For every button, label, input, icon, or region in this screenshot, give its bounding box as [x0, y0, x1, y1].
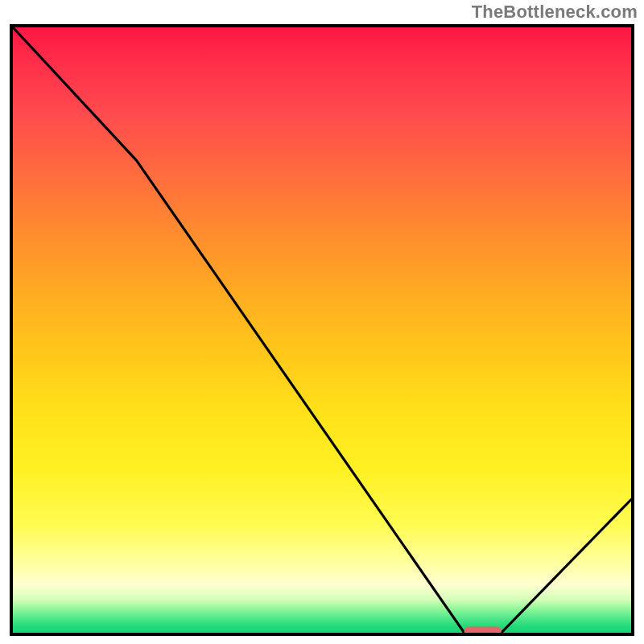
plot-area — [10, 24, 634, 636]
chart-container: TheBottleneck.com — [0, 0, 644, 644]
optimal-range-marker — [464, 627, 502, 634]
attribution-label: TheBottleneck.com — [472, 2, 638, 23]
bottleneck-curve — [13, 27, 631, 633]
curve-overlay — [13, 27, 631, 633]
